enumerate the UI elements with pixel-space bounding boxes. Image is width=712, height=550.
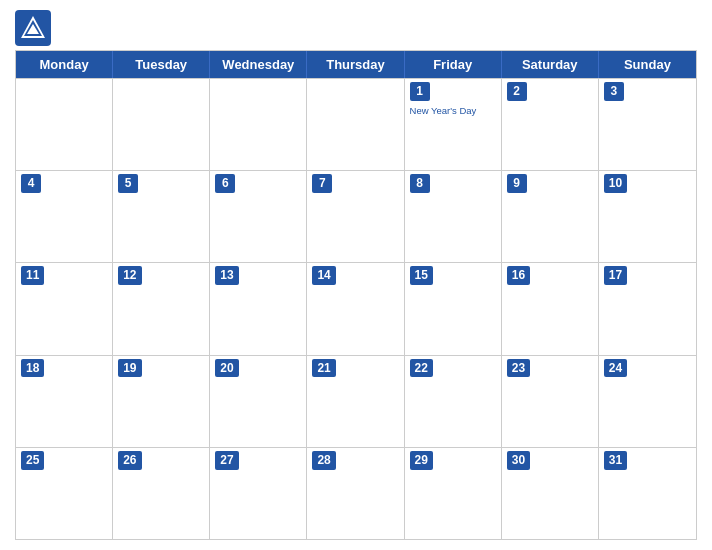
day-cell: 21 <box>307 356 404 447</box>
day-number: 4 <box>21 174 41 193</box>
day-number: 1 <box>410 82 430 101</box>
day-number: 28 <box>312 451 335 470</box>
day-cell: 4 <box>16 171 113 262</box>
header <box>15 10 697 46</box>
day-cell: 16 <box>502 263 599 354</box>
day-cell: 29 <box>405 448 502 539</box>
day-cell: 30 <box>502 448 599 539</box>
day-number: 7 <box>312 174 332 193</box>
day-header-monday: Monday <box>16 51 113 78</box>
day-cell: 8 <box>405 171 502 262</box>
day-cell: 31 <box>599 448 696 539</box>
day-cell: 9 <box>502 171 599 262</box>
day-cell: 7 <box>307 171 404 262</box>
day-cell: 11 <box>16 263 113 354</box>
day-header-saturday: Saturday <box>502 51 599 78</box>
day-number: 31 <box>604 451 627 470</box>
day-cell: 6 <box>210 171 307 262</box>
day-cell: 2 <box>502 79 599 170</box>
day-number: 23 <box>507 359 530 378</box>
day-cell: 3 <box>599 79 696 170</box>
day-number: 15 <box>410 266 433 285</box>
day-cell: 18 <box>16 356 113 447</box>
day-header-thursday: Thursday <box>307 51 404 78</box>
day-number: 24 <box>604 359 627 378</box>
day-header-friday: Friday <box>405 51 502 78</box>
day-cell <box>16 79 113 170</box>
day-cell: 10 <box>599 171 696 262</box>
week-row-4: 18192021222324 <box>16 355 696 447</box>
day-cell <box>113 79 210 170</box>
day-number: 8 <box>410 174 430 193</box>
day-number: 2 <box>507 82 527 101</box>
day-number: 19 <box>118 359 141 378</box>
day-number: 17 <box>604 266 627 285</box>
day-cell: 23 <box>502 356 599 447</box>
day-cell: 15 <box>405 263 502 354</box>
day-headers: MondayTuesdayWednesdayThursdayFridaySatu… <box>16 51 696 78</box>
day-cell: 1New Year's Day <box>405 79 502 170</box>
day-cell: 5 <box>113 171 210 262</box>
day-cell: 22 <box>405 356 502 447</box>
day-number: 9 <box>507 174 527 193</box>
day-number: 3 <box>604 82 624 101</box>
day-cell <box>210 79 307 170</box>
holiday-label: New Year's Day <box>410 105 477 116</box>
day-cell: 20 <box>210 356 307 447</box>
day-cell: 25 <box>16 448 113 539</box>
week-row-1: 1New Year's Day23 <box>16 78 696 170</box>
day-cell: 17 <box>599 263 696 354</box>
day-number: 18 <box>21 359 44 378</box>
day-cell: 26 <box>113 448 210 539</box>
logo <box>15 10 55 46</box>
day-cell <box>307 79 404 170</box>
day-number: 12 <box>118 266 141 285</box>
logo-icon <box>15 10 51 46</box>
day-number: 11 <box>21 266 44 285</box>
day-number: 27 <box>215 451 238 470</box>
day-cell: 12 <box>113 263 210 354</box>
day-cell: 14 <box>307 263 404 354</box>
day-header-sunday: Sunday <box>599 51 696 78</box>
day-cell: 24 <box>599 356 696 447</box>
week-row-3: 11121314151617 <box>16 262 696 354</box>
day-number: 14 <box>312 266 335 285</box>
day-cell: 13 <box>210 263 307 354</box>
day-cell: 19 <box>113 356 210 447</box>
day-number: 6 <box>215 174 235 193</box>
day-cell: 27 <box>210 448 307 539</box>
day-number: 13 <box>215 266 238 285</box>
day-number: 22 <box>410 359 433 378</box>
day-cell: 28 <box>307 448 404 539</box>
day-number: 10 <box>604 174 627 193</box>
day-header-wednesday: Wednesday <box>210 51 307 78</box>
calendar: MondayTuesdayWednesdayThursdayFridaySatu… <box>15 50 697 540</box>
day-number: 5 <box>118 174 138 193</box>
day-number: 26 <box>118 451 141 470</box>
day-number: 30 <box>507 451 530 470</box>
day-number: 16 <box>507 266 530 285</box>
day-number: 20 <box>215 359 238 378</box>
day-number: 29 <box>410 451 433 470</box>
day-number: 21 <box>312 359 335 378</box>
day-number: 25 <box>21 451 44 470</box>
week-row-2: 45678910 <box>16 170 696 262</box>
weeks: 1New Year's Day2345678910111213141516171… <box>16 78 696 539</box>
week-row-5: 25262728293031 <box>16 447 696 539</box>
day-header-tuesday: Tuesday <box>113 51 210 78</box>
